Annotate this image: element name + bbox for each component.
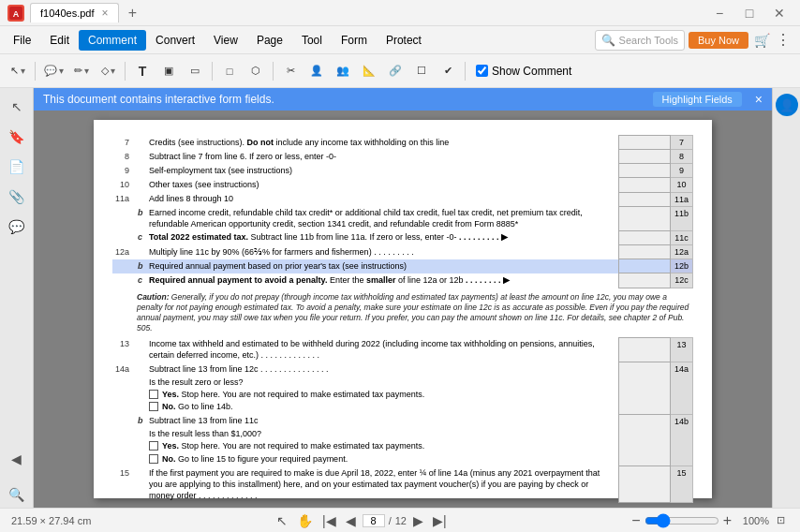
show-comment-label: Show Comment	[492, 65, 571, 78]
status-bar: 21.59 × 27.94 cm ↖ ✋ |◀ ◀ / 12 ▶ ▶| − + …	[0, 508, 800, 532]
pdf-tab[interactable]: f1040es.pdf ×	[30, 3, 119, 22]
checkbox-14a-yes[interactable]	[149, 390, 158, 399]
last-page-button[interactable]: ▶|	[430, 513, 450, 528]
highlight-tool-button[interactable]: ✏ ▾	[69, 59, 94, 83]
left-sidebar: ↖ 🔖 📄 📎 💬 ◀ 🔍	[0, 88, 34, 508]
menu-protect[interactable]: Protect	[377, 30, 431, 51]
menu-edit[interactable]: Edit	[40, 30, 79, 51]
window-controls: − □ ✕	[706, 4, 793, 22]
toolbar-sep-5	[465, 62, 466, 81]
line-number	[112, 206, 135, 230]
shapes-tool-button[interactable]: ◇ ▾	[96, 59, 120, 83]
table-row: 14a Subtract line 13 from line 12c . . .…	[112, 362, 693, 415]
close-window-button[interactable]: ✕	[766, 4, 793, 22]
main-layout: ↖ 🔖 📄 📎 💬 ◀ 🔍 This document contains int…	[0, 88, 800, 508]
table-row: 7 Credits (see instructions). Do not inc…	[112, 136, 693, 150]
table-row: b Earned income credit, refundable child…	[112, 206, 693, 230]
measure-icon: 📐	[363, 65, 376, 77]
banner-close-button[interactable]: ×	[755, 92, 763, 107]
hand-nav-button[interactable]: ✋	[294, 513, 316, 528]
sidebar-layers-icon[interactable]: 📄	[4, 154, 30, 180]
clip-tool-button[interactable]: ✂	[278, 59, 303, 83]
sidebar-cursor-icon[interactable]: ↖	[4, 94, 30, 120]
checkbox-14a-no[interactable]	[149, 402, 158, 411]
minimize-button[interactable]: −	[706, 4, 733, 22]
right-panel: 👤	[772, 88, 800, 508]
cursor-nav-button[interactable]: ↖	[274, 513, 290, 528]
table-row: 11a Add lines 8 through 10 11a	[112, 192, 693, 206]
zoom-in-button[interactable]: +	[723, 512, 732, 529]
measure-tool-button[interactable]: 📐	[357, 59, 381, 83]
menu-form[interactable]: Form	[332, 30, 377, 51]
toolbar-sep-1	[35, 62, 36, 81]
table-row: b Required annual payment based on prior…	[112, 259, 693, 273]
pdf-row-13-table: 13 Income tax withheld and estimated to …	[112, 337, 693, 503]
menu-file[interactable]: File	[4, 30, 40, 51]
note-tool-button[interactable]: 💬 ▾	[40, 59, 67, 83]
sidebar-attachment-icon[interactable]: 📎	[4, 184, 30, 210]
menu-comment[interactable]: Comment	[79, 30, 146, 51]
menu-convert[interactable]: Convert	[146, 30, 204, 51]
page-info: / 12	[363, 514, 407, 527]
page-number-input[interactable]	[363, 514, 385, 527]
form-icon: ☐	[417, 65, 426, 77]
menu-view[interactable]: View	[204, 30, 247, 51]
sidebar-comment-icon[interactable]: 💬	[4, 214, 30, 240]
polygon-tool-button[interactable]: ⬡	[244, 59, 268, 83]
sidebar-search-icon[interactable]: 🔍	[4, 481, 30, 508]
checkbox-14b-yes[interactable]	[149, 441, 158, 451]
menu-page[interactable]: Page	[247, 30, 292, 51]
maximize-button[interactable]: □	[736, 4, 763, 22]
signature-icon: 👤	[310, 65, 323, 77]
zoom-level-label: 100%	[735, 515, 769, 526]
sidebar-bookmark-icon[interactable]: 🔖	[4, 124, 30, 150]
fit-page-button[interactable]: ⊡	[773, 514, 789, 526]
checkbox-14b-no[interactable]	[149, 454, 158, 464]
line-number: 8	[112, 150, 135, 164]
user-profile-icon[interactable]: 👤	[776, 94, 798, 116]
caution-text: Caution: Generally, if you do not prepay…	[137, 292, 693, 333]
link-tool-button[interactable]: 🔗	[383, 59, 407, 83]
table-row: 10 Other taxes (see instructions) 10	[112, 178, 693, 192]
callout-icon: ▭	[190, 65, 200, 77]
highlight-fields-banner: This document contains interactive form …	[34, 88, 772, 111]
zoom-slider[interactable]	[644, 513, 719, 528]
textbox-icon: ▣	[164, 65, 173, 77]
tab-filename: f1040es.pdf	[40, 7, 95, 19]
close-tab-button[interactable]: ×	[102, 7, 109, 20]
prev-page-button[interactable]: ◀	[343, 513, 359, 528]
text-tool-button[interactable]: T	[130, 59, 155, 83]
toolbar-sep-3	[212, 62, 213, 81]
table-row: c Required annual payment to avoid a pen…	[112, 273, 693, 288]
first-page-button[interactable]: |◀	[319, 513, 339, 528]
page-size-label: 21.59 × 27.94 cm	[11, 515, 91, 526]
zoom-out-button[interactable]: −	[631, 512, 640, 529]
check-tool-button[interactable]: ✔	[436, 59, 460, 83]
next-page-button[interactable]: ▶	[410, 513, 426, 528]
show-comment-container: Show Comment	[470, 65, 577, 78]
content-area: This document contains interactive form …	[34, 88, 772, 508]
cursor-tool-button[interactable]: ↖ ▾	[6, 59, 30, 83]
menu-tool[interactable]: Tool	[292, 30, 332, 51]
buy-now-button[interactable]: Buy Now	[689, 32, 748, 49]
stamp-tool-button[interactable]: 👥	[331, 59, 355, 83]
new-tab-button[interactable]: +	[123, 3, 143, 23]
signature-tool-button[interactable]: 👤	[304, 59, 329, 83]
line-number: 10	[112, 178, 135, 192]
polygon-icon: ⬡	[251, 65, 260, 77]
line-number	[112, 273, 135, 288]
pdf-viewer[interactable]: 7 Credits (see instructions). Do not inc…	[34, 111, 772, 508]
highlight-fields-button[interactable]: Highlight Fields	[653, 92, 742, 107]
show-comment-checkbox[interactable]	[476, 65, 488, 77]
callout-tool-button[interactable]: ▭	[183, 59, 207, 83]
title-bar: A f1040es.pdf × + − □ ✕	[0, 0, 800, 26]
check-icon: ✔	[444, 65, 452, 77]
sidebar-collapse-icon[interactable]: ◀	[4, 446, 30, 472]
rectangle-tool-button[interactable]: □	[217, 59, 242, 83]
table-row: c Total 2022 estimated tax. Subtract lin…	[112, 230, 693, 244]
textbox-tool-button[interactable]: ▣	[156, 59, 181, 83]
form-tool-button[interactable]: ☐	[409, 59, 434, 83]
page-navigation: ↖ ✋ |◀ ◀ / 12 ▶ ▶|	[274, 513, 450, 528]
zoom-controls: − + 100% ⊡	[631, 512, 789, 529]
table-row: 13 Income tax withheld and estimated to …	[112, 337, 693, 362]
